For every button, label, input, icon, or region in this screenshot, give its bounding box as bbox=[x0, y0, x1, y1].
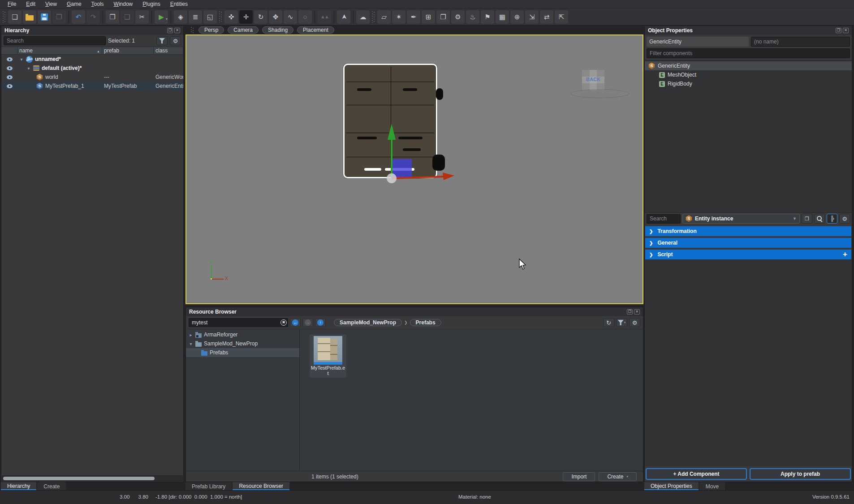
brush-button[interactable]: ✒ bbox=[407, 10, 420, 24]
tab-move[interactable]: Move bbox=[699, 482, 725, 490]
tree-row-prefabs[interactable]: Prefabs bbox=[186, 348, 299, 357]
visibility-eye-icon[interactable] bbox=[7, 57, 13, 61]
tab-resource-browser[interactable]: Resource Browser bbox=[233, 482, 289, 490]
move-surface-button[interactable]: ✜ bbox=[224, 10, 238, 24]
visibility-eye-icon[interactable] bbox=[7, 84, 13, 88]
horizontal-scrollbar[interactable] bbox=[2, 475, 183, 481]
viewport-mode-persp[interactable]: Persp bbox=[198, 26, 224, 34]
instance-dropdown[interactable]: Entity instance ▼ bbox=[682, 214, 800, 224]
close-window-icon[interactable] bbox=[634, 309, 640, 314]
section-general[interactable]: General bbox=[645, 238, 851, 248]
bounding-box-button[interactable]: ◈ bbox=[174, 10, 187, 24]
move-button[interactable]: ✛ bbox=[239, 10, 253, 24]
visibility-eye-icon[interactable] bbox=[7, 66, 13, 70]
resource-grid[interactable]: MyTestPrefab.et bbox=[300, 329, 643, 471]
clear-search-icon[interactable]: ✖ bbox=[280, 319, 287, 326]
hierarchy-search-input[interactable] bbox=[4, 36, 106, 45]
column-class[interactable]: class bbox=[154, 47, 183, 54]
scrollbar-thumb[interactable] bbox=[3, 477, 155, 480]
create-button[interactable]: Create▾ bbox=[599, 472, 637, 481]
rotate-button[interactable]: ↻ bbox=[254, 10, 267, 24]
toolbar-grip[interactable] bbox=[219, 11, 222, 23]
resource-filter-button[interactable]: ▾ bbox=[616, 318, 627, 327]
weather-button[interactable]: ☁ bbox=[356, 10, 370, 24]
column-prefab[interactable]: prefab bbox=[102, 47, 154, 54]
play-button[interactable]: ▶▾ bbox=[155, 10, 168, 24]
hierarchy-row-mytestprefab[interactable]: MyTestPrefab_1 MyTestPrefab GenericEntit… bbox=[1, 82, 183, 90]
tree-row-samplemod[interactable]: SampleMod_NewProp bbox=[186, 339, 299, 348]
tab-create[interactable]: Create bbox=[37, 482, 66, 490]
nav-up-button[interactable]: ↑ bbox=[315, 318, 326, 327]
redo-button[interactable]: ↷ bbox=[86, 10, 100, 24]
add-script-icon[interactable]: + bbox=[843, 250, 847, 259]
properties-search-input[interactable] bbox=[647, 214, 681, 224]
menu-view[interactable]: View bbox=[40, 0, 62, 8]
hierarchy-settings-button[interactable] bbox=[170, 36, 181, 45]
search-properties-button[interactable] bbox=[814, 214, 825, 224]
viewport-3d[interactable]: BACK Y X bbox=[185, 34, 643, 304]
particles-button[interactable]: ♨ bbox=[466, 10, 479, 24]
lattice-button[interactable]: ⊞ bbox=[422, 10, 435, 24]
expand-caret-icon[interactable] bbox=[189, 332, 193, 337]
play-dropdown-caret-icon[interactable]: ▾ bbox=[166, 17, 168, 21]
filter-components-input[interactable] bbox=[647, 48, 850, 58]
select-transform-button[interactable]: ◱ bbox=[203, 10, 217, 24]
magic-wand-button[interactable]: ✶ bbox=[392, 10, 405, 24]
menu-game[interactable]: Game bbox=[62, 0, 86, 8]
paste-button[interactable]: ❑ bbox=[121, 10, 134, 24]
scale-button[interactable]: ✥ bbox=[269, 10, 282, 24]
component-row-rigidbody[interactable]: RigidBody bbox=[645, 79, 852, 88]
tab-object-properties[interactable]: Object Properties bbox=[644, 482, 699, 490]
restore-window-icon[interactable] bbox=[627, 309, 633, 314]
terrain-button[interactable]: ▲▲ bbox=[318, 10, 331, 24]
visibility-eye-icon[interactable] bbox=[7, 75, 13, 79]
breadcrumb-prefabs[interactable]: Prefabs bbox=[410, 319, 441, 326]
new-file-button[interactable]: ❏ bbox=[8, 10, 22, 24]
component-row-genericentity[interactable]: GenericEntity bbox=[645, 61, 852, 70]
toolbar-grip[interactable] bbox=[372, 11, 375, 23]
tree-view-button[interactable] bbox=[827, 214, 837, 224]
restore-window-icon[interactable] bbox=[836, 28, 841, 33]
import-button[interactable]: ⇲ bbox=[525, 10, 539, 24]
menu-edit[interactable]: Edit bbox=[21, 0, 40, 8]
expand-caret-icon[interactable] bbox=[19, 57, 24, 62]
component-row-meshobject[interactable]: MeshObject bbox=[645, 70, 852, 79]
player-start-button[interactable]: ➤ bbox=[337, 10, 350, 24]
marquee-select-button[interactable]: ◌ bbox=[298, 10, 312, 24]
column-name[interactable]: name bbox=[17, 47, 102, 54]
properties-settings-button[interactable] bbox=[839, 214, 850, 224]
viewport-mode-placement[interactable]: Placement bbox=[297, 26, 334, 34]
expand-caret-icon[interactable] bbox=[189, 341, 193, 346]
layers-button[interactable]: ≣ bbox=[189, 10, 202, 24]
hierarchy-row-unnamed[interactable]: unnamed* bbox=[1, 55, 183, 64]
settings-gears-button[interactable]: ⚙ bbox=[451, 10, 465, 24]
section-transformation[interactable]: Transformation bbox=[645, 226, 851, 236]
menu-window[interactable]: Window bbox=[109, 0, 138, 8]
orientation-cube[interactable]: BACK bbox=[582, 70, 604, 90]
expand-caret-icon[interactable] bbox=[26, 66, 31, 71]
close-window-icon[interactable] bbox=[843, 28, 849, 33]
hierarchy-filter-button[interactable] bbox=[156, 36, 168, 45]
nav-forward-button[interactable]: → bbox=[302, 318, 313, 327]
randomize-button[interactable]: ⇄ bbox=[540, 10, 553, 24]
viewport-mode-camera[interactable]: Camera bbox=[228, 26, 259, 34]
import-button[interactable]: Import bbox=[563, 472, 595, 481]
crate-model[interactable] bbox=[343, 64, 437, 178]
section-script[interactable]: Script + bbox=[645, 250, 851, 259]
tab-prefab-library[interactable]: Prefab Library bbox=[185, 482, 232, 490]
open-folder-button[interactable] bbox=[23, 10, 36, 24]
props-button[interactable]: ▦ bbox=[496, 10, 509, 24]
menu-file[interactable]: File bbox=[3, 0, 21, 8]
cut-button[interactable]: ✂ bbox=[135, 10, 149, 24]
breadcrumb-samplemod[interactable]: SampleMod_NewProp bbox=[334, 319, 402, 326]
spline-button[interactable]: ∿ bbox=[284, 10, 297, 24]
nav-back-button[interactable]: ← bbox=[290, 318, 301, 327]
entity-name-input[interactable] bbox=[751, 37, 850, 47]
map-button[interactable]: ⚑ bbox=[481, 10, 494, 24]
copy-button[interactable]: ❐ bbox=[106, 10, 119, 24]
resource-item-mytestprefab[interactable]: MyTestPrefab.et bbox=[310, 335, 346, 378]
close-window-icon[interactable] bbox=[174, 28, 180, 33]
toolbar-grip[interactable] bbox=[3, 11, 6, 23]
resource-settings-button[interactable] bbox=[629, 318, 640, 327]
tree-row-armareforger[interactable]: ArmaReforger bbox=[186, 330, 299, 339]
